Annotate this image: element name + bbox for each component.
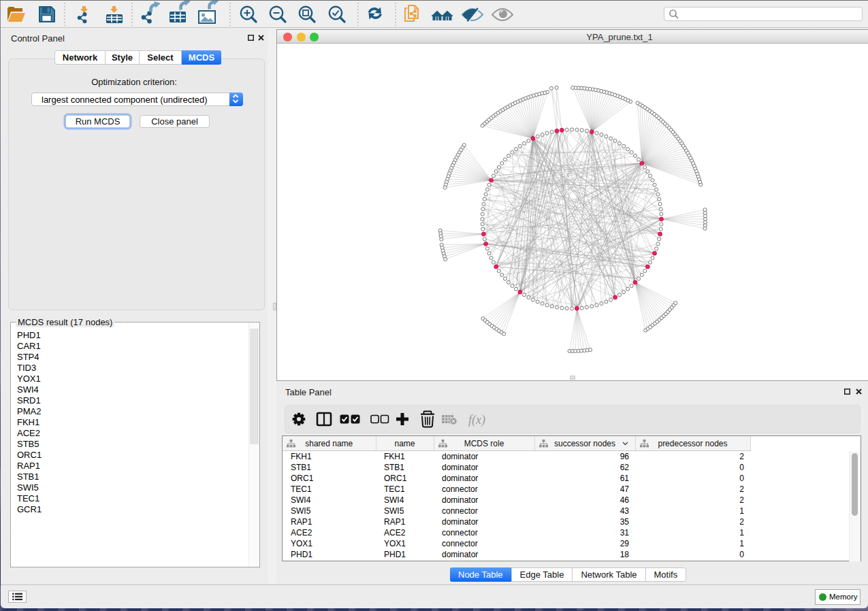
- svg-text:f(x): f(x): [468, 413, 485, 427]
